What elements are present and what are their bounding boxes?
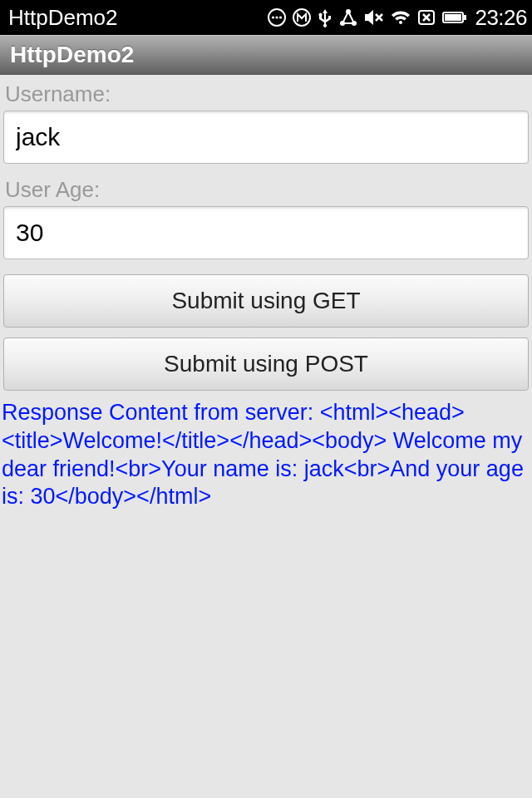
status-icons: 23:26: [267, 5, 527, 31]
wifi-icon: [390, 7, 411, 27]
user-age-input[interactable]: [3, 206, 529, 259]
username-input[interactable]: [3, 111, 529, 164]
status-clock: 23:26: [475, 5, 527, 31]
app-title-bar: HttpDemo2: [0, 35, 532, 75]
close-box-icon: [416, 7, 436, 27]
svg-rect-11: [445, 14, 461, 21]
more-circle-icon: [267, 7, 287, 27]
usb-icon: [317, 7, 333, 27]
svg-point-1: [272, 16, 274, 18]
app-title: HttpDemo2: [10, 42, 134, 68]
user-age-label: User Age:: [3, 174, 529, 204]
svg-point-2: [276, 16, 278, 18]
status-bar: HttpDemo2 23:26: [0, 0, 532, 35]
share-icon: [338, 7, 358, 27]
battery-icon: [441, 7, 468, 27]
username-label: Username:: [3, 78, 529, 109]
submit-get-button[interactable]: Submit using GET: [3, 274, 529, 328]
submit-post-button[interactable]: Submit using POST: [3, 337, 529, 391]
status-app-title: HttpDemo2: [8, 5, 118, 31]
svg-rect-10: [464, 15, 466, 20]
m-circle-icon: [292, 7, 312, 27]
volume-mute-icon: [363, 7, 385, 27]
main-content: Username: User Age: Submit using GET Sub…: [0, 75, 532, 511]
response-text: Response Content from server: <html><hea…: [2, 396, 529, 511]
svg-point-3: [279, 16, 282, 18]
